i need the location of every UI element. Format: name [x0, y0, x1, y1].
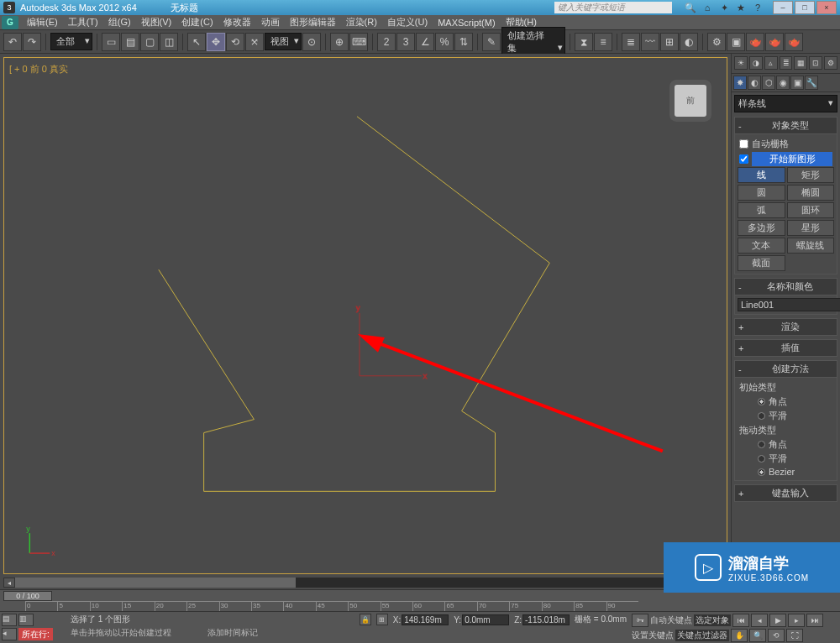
radio-init-smooth[interactable] — [758, 412, 765, 420]
render-preview-icon[interactable]: ▵ — [764, 56, 778, 70]
goto-start-icon[interactable]: ⏮ — [732, 614, 749, 627]
btn-ngon[interactable]: 多边形 — [738, 220, 785, 236]
play-icon[interactable]: ▶ — [769, 614, 786, 627]
gear-icon[interactable]: ⚙ — [824, 56, 837, 70]
btn-star[interactable]: 星形 — [787, 220, 835, 236]
tab-display[interactable]: ▣ — [790, 76, 804, 90]
layer-icon[interactable]: ≣ — [780, 56, 793, 70]
menu-modifiers[interactable]: 修改器 — [218, 14, 256, 30]
set-key-button[interactable]: 设置关键点 — [632, 630, 674, 641]
snap-2d-button[interactable]: 2 — [377, 33, 396, 51]
tab-modify[interactable]: ◐ — [748, 76, 761, 90]
render-button[interactable]: 🫖 — [746, 33, 764, 51]
schematic-view-button[interactable]: ⊞ — [660, 33, 679, 51]
render-prod-button[interactable]: 🫖 — [765, 33, 784, 51]
btn-helix[interactable]: 螺旋线 — [787, 238, 835, 254]
rollout-head-object-type[interactable]: -对象类型 — [734, 117, 837, 134]
coord-x-input[interactable] — [402, 614, 449, 625]
coord-y-input[interactable] — [462, 614, 509, 625]
autogrid-checkbox[interactable] — [739, 139, 748, 149]
next-frame-icon[interactable]: ▸ — [788, 614, 805, 627]
material-editor-button[interactable]: ◐ — [680, 33, 698, 51]
help-icon[interactable]: ? — [751, 2, 764, 13]
abs-rel-icon[interactable]: ⊞ — [376, 614, 388, 625]
menu-views[interactable]: 视图(V) — [136, 14, 177, 30]
lock-selection-icon[interactable]: 🔒 — [360, 614, 371, 625]
select-by-name-button[interactable]: ▤ — [121, 33, 139, 51]
align-button[interactable]: ≡ — [594, 33, 612, 51]
key-filter-sel[interactable]: 选定对象 — [694, 614, 731, 626]
rollout-head-creation-method[interactable]: -创建方法 — [734, 360, 837, 378]
menu-customize[interactable]: 自定义(U) — [382, 14, 433, 30]
selection-filter[interactable]: 全部 — [50, 33, 92, 50]
angle-snap-button[interactable]: ∠ — [416, 33, 434, 51]
percent-snap-button[interactable]: % — [435, 33, 454, 51]
btn-section[interactable]: 截面 — [738, 255, 785, 271]
exchange-icon[interactable]: ✦ — [717, 2, 731, 13]
close-button[interactable]: × — [816, 1, 837, 14]
btn-rectangle[interactable]: 矩形 — [787, 167, 835, 183]
key-mode-icon[interactable]: 🗝 — [632, 614, 648, 627]
undo-button[interactable]: ↶ — [3, 33, 22, 51]
rollout-head-render[interactable]: +渲染 — [734, 318, 837, 336]
minimize-button[interactable]: – — [773, 1, 793, 14]
render-setup-button[interactable]: ⚙ — [707, 33, 726, 51]
sun-icon[interactable]: ☀ — [734, 56, 748, 70]
maximize-button[interactable]: □ — [795, 1, 815, 14]
object-name-input[interactable] — [738, 298, 840, 311]
help-search-input[interactable]: 键入关键字或短语 — [554, 2, 672, 13]
btn-circle[interactable]: 圆 — [738, 185, 785, 201]
rendered-frame-button[interactable]: ▣ — [727, 33, 745, 51]
menu-group[interactable]: 组(G) — [103, 14, 136, 30]
radio-drag-corner[interactable] — [758, 441, 765, 448]
select-rotate-button[interactable]: ⟲ — [226, 33, 244, 51]
subscription-icon[interactable]: ⌂ — [701, 2, 714, 13]
coord-z-input[interactable] — [522, 614, 570, 625]
app-menu-icon[interactable]: G — [2, 16, 18, 29]
start-new-checkbox[interactable] — [739, 154, 748, 164]
tab-create[interactable]: ✸ — [733, 76, 747, 90]
tab-hierarchy[interactable]: ⬡ — [762, 76, 775, 90]
start-new-shape-button[interactable]: 开始新图形 — [752, 152, 832, 166]
nav-pan-icon[interactable]: ✋ — [731, 629, 748, 642]
goto-end-icon[interactable]: ⏭ — [806, 614, 823, 627]
viewcube[interactable]: 前 — [675, 85, 706, 117]
rollout-head-name-color[interactable]: -名称和颜色 — [734, 278, 837, 295]
edit-named-sel-button[interactable]: ✎ — [482, 33, 501, 51]
menu-animation[interactable]: 动画 — [256, 14, 285, 30]
window-crossing-button[interactable]: ◫ — [160, 33, 178, 51]
spinner-snap-button[interactable]: ⇅ — [454, 33, 473, 51]
viewport[interactable]: [ + 0 前 0 真实 y x — [3, 57, 727, 574]
select-object-button[interactable]: ▭ — [102, 33, 120, 51]
tab-motion[interactable]: ◉ — [776, 76, 790, 90]
nav-orbit-icon[interactable]: ⟲ — [768, 629, 785, 642]
rollout-head-keyboard-entry[interactable]: +键盘输入 — [734, 484, 837, 502]
menu-edit[interactable]: 编辑(E) — [22, 14, 63, 30]
snap-3d-button[interactable]: 3 — [396, 33, 415, 51]
search-icon[interactable]: 🔍 — [684, 2, 697, 13]
render-iter-button[interactable]: 🫖 — [785, 33, 803, 51]
listener-button[interactable]: ▥ — [18, 614, 34, 626]
maxscript-mini-button[interactable]: ▤ — [2, 614, 17, 626]
btn-text[interactable]: 文本 — [738, 238, 785, 254]
ref-coord-system[interactable]: 视图 — [265, 33, 302, 50]
redo-button[interactable]: ↷ — [23, 33, 41, 51]
select-scale-button[interactable]: ⤧ — [245, 33, 264, 51]
add-time-tag[interactable]: 添加时间标记 — [207, 628, 258, 637]
time-slider-thumb[interactable]: 0 / 100 — [3, 591, 52, 601]
layer-manager-button[interactable]: ≣ — [622, 33, 640, 51]
category-dropdown[interactable]: 样条线▾ — [734, 95, 837, 112]
select-move-button[interactable]: ✥ — [207, 33, 225, 51]
snap-icon[interactable]: ⊡ — [809, 56, 822, 70]
scroll-left-icon[interactable]: ◂ — [3, 578, 15, 588]
mirror-button[interactable]: ⧗ — [575, 33, 593, 51]
menu-graph-editors[interactable]: 图形编辑器 — [285, 14, 341, 30]
nav-maximize-icon[interactable]: ⛶ — [786, 629, 803, 642]
menu-create[interactable]: 创建(C) — [176, 14, 218, 30]
prev-frame-icon[interactable]: ◂ — [751, 614, 768, 627]
grid-icon[interactable]: ▦ — [794, 56, 807, 70]
radio-drag-bezier[interactable] — [758, 468, 765, 476]
rollout-head-interpolation[interactable]: +插值 — [734, 339, 837, 357]
radio-drag-smooth[interactable] — [758, 455, 765, 463]
keyboard-shortcut-button[interactable]: ⌨ — [349, 33, 368, 51]
